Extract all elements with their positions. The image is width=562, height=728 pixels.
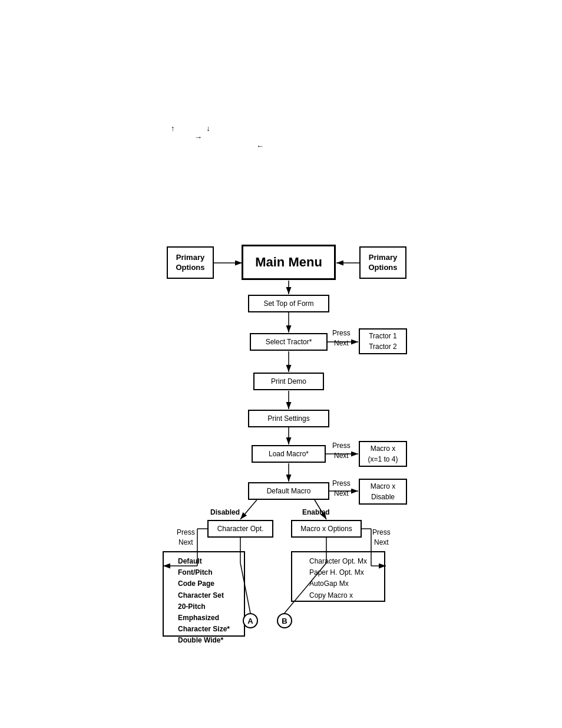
default-macro-label: Default Macro (267, 487, 311, 495)
macro-options-list-label: Character Opt. Mx Paper H. Opt. Mx AutoG… (309, 556, 367, 601)
press-next-load-macro-label: PressNext (332, 442, 351, 460)
legend: ↑ ↓ → ← (171, 124, 264, 150)
char-opt-list-box: Default Font/Pitch Code Page Character S… (163, 551, 245, 637)
macro-x-range-box: Macro x (x=1 to 4) (359, 441, 407, 467)
press-next-char-label: PressNext (177, 528, 195, 546)
set-top-of-form-label: Set Top of Form (263, 299, 313, 308)
primary-options-right: Primary Options (359, 246, 406, 279)
primary-options-left: Primary Options (167, 246, 214, 279)
tractor-options-box: Tractor 1 Tractor 2 (359, 328, 407, 354)
macro-x-disable-box: Macro x Disable (359, 479, 407, 505)
up-arrow-label: ↑ (171, 124, 175, 133)
svg-line-13 (240, 500, 257, 519)
character-opt-label: Character Opt. (217, 525, 264, 533)
main-menu-label: Main Menu (255, 255, 322, 270)
disabled-label: Disabled (210, 508, 240, 516)
char-opt-list-label: Default Font/Pitch Code Page Character S… (178, 556, 230, 647)
circle-a-label: A (247, 617, 253, 625)
print-settings-label: Print Settings (267, 414, 309, 423)
macro-options-list-box: Character Opt. Mx Paper H. Opt. Mx AutoG… (291, 551, 385, 602)
default-macro-box: Default Macro (248, 482, 329, 500)
left-arrow-label: ← (256, 141, 264, 150)
down-arrow-label: ↓ (206, 124, 210, 133)
right-arrow-label: → (194, 133, 202, 141)
primary-options-left-label: Primary Options (176, 253, 204, 273)
macro-x-disable-label: Macro x Disable (371, 481, 396, 502)
main-menu-box: Main Menu (242, 245, 336, 280)
primary-options-right-label: Primary Options (368, 253, 397, 273)
macro-x-range-label: Macro x (x=1 to 4) (368, 443, 398, 465)
circle-a: A (243, 613, 258, 628)
load-macro-box: Load Macro* (252, 445, 326, 463)
diagram-container: ↑ ↓ → ← Main Menu Primary Options Primar… (0, 0, 562, 728)
circle-b-label: B (282, 617, 287, 625)
print-settings-box: Print Settings (248, 410, 329, 427)
macro-x-options-box: Macro x Options (291, 520, 362, 538)
tractor-options-label: Tractor 1 Tractor 2 (369, 331, 397, 352)
macro-x-options-label: Macro x Options (300, 525, 352, 533)
enabled-label: Enabled (302, 508, 330, 516)
press-next-tractor-label: PressNext (332, 329, 351, 347)
character-opt-box: Character Opt. (207, 520, 273, 538)
press-next-macro-label: PressNext (372, 528, 391, 546)
press-next-load-macro: PressNext (332, 441, 351, 461)
press-next-default-macro: PressNext (332, 479, 351, 499)
select-tractor-box: Select Tractor* (250, 333, 328, 351)
press-next-char-opt: PressNext (177, 528, 195, 548)
select-tractor-label: Select Tractor* (266, 338, 312, 346)
press-next-macro-opt: PressNext (372, 528, 391, 548)
print-demo-box: Print Demo (253, 373, 324, 390)
set-top-of-form-box: Set Top of Form (248, 295, 329, 312)
press-next-default-macro-label: PressNext (332, 479, 351, 498)
print-demo-label: Print Demo (271, 377, 306, 386)
press-next-tractor: PressNext (332, 328, 351, 348)
load-macro-label: Load Macro* (269, 450, 309, 458)
circle-b: B (277, 613, 292, 628)
